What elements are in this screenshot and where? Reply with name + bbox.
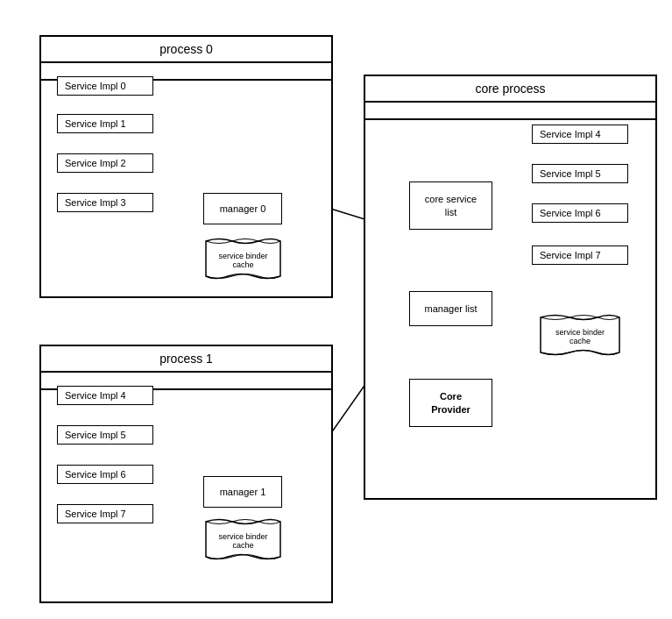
binder-cache-core: service binder cache	[536, 313, 624, 361]
process-1-title: process 1	[41, 346, 331, 373]
manager-1: manager 1	[203, 476, 282, 508]
service-impl-3: Service Impl 3	[57, 193, 153, 212]
service-impl-1: Service Impl 1	[57, 114, 153, 133]
binder-cache-1: service binder cache	[202, 517, 285, 566]
service-impl-5: Service Impl 5	[57, 425, 153, 445]
service-impl-7: Service Impl 7	[57, 504, 153, 523]
core-process-subtitle-bar	[365, 103, 655, 120]
core-service-impl-4: Service Impl 4	[532, 125, 628, 144]
service-impl-2: Service Impl 2	[57, 153, 153, 173]
process-1-box: process 1 Service Impl 4 Service Impl 5 …	[39, 345, 333, 603]
service-impl-0: Service Impl 0	[57, 76, 153, 96]
core-service-impl-5: Service Impl 5	[532, 164, 628, 183]
service-impl-6: Service Impl 6	[57, 465, 153, 484]
manager-list: manager list	[409, 291, 492, 326]
core-process-title: core process	[365, 76, 655, 103]
process-0-box: process 0 Service Impl 0 Service Impl 1 …	[39, 35, 333, 298]
binder-cache-0: service binder cache	[202, 237, 285, 285]
core-provider: CoreProvider	[409, 379, 492, 427]
core-service-list: core servicelist	[409, 181, 492, 230]
service-impl-4: Service Impl 4	[57, 386, 153, 405]
manager-0: manager 0	[203, 193, 282, 224]
process-0-title: process 0	[41, 37, 331, 63]
diagram-container: process 0 Service Impl 0 Service Impl 1 …	[0, 0, 672, 619]
core-service-impl-6: Service Impl 6	[532, 203, 628, 223]
core-service-impl-7: Service Impl 7	[532, 245, 628, 265]
core-process-box: core process core servicelist manager li…	[364, 75, 657, 500]
